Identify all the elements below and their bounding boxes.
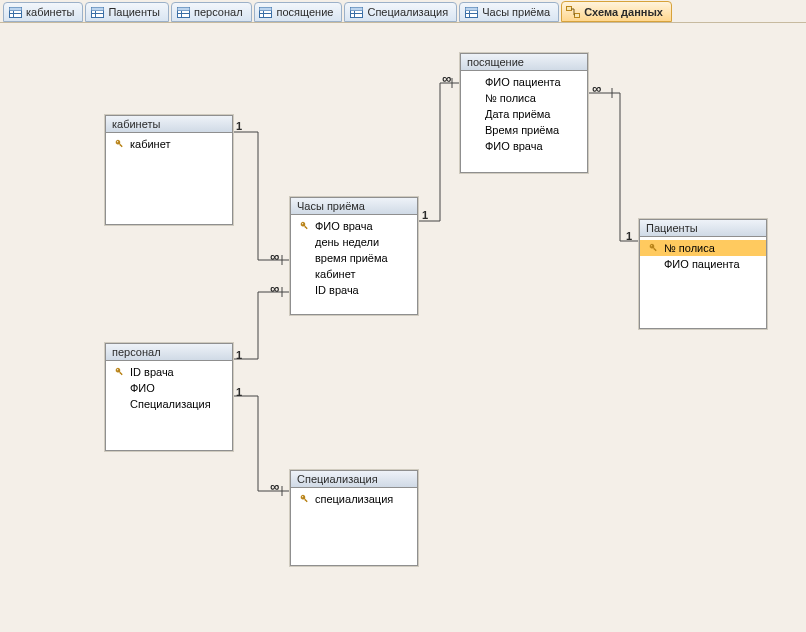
svg-rect-24 xyxy=(350,7,362,10)
cardinality-many: ∞ xyxy=(442,71,451,86)
field-row[interactable]: Время приёма xyxy=(461,122,587,138)
tab-label: Специализация xyxy=(367,6,448,18)
table-kabinety[interactable]: кабинеты 🔑︎ кабинет xyxy=(105,115,233,225)
field-name: время приёма xyxy=(315,251,388,265)
field-name: Дата приёма xyxy=(485,107,550,121)
cardinality-many: ∞ xyxy=(270,249,279,264)
table-fields: ФИО пациента № полиса Дата приёма Время … xyxy=(461,71,587,160)
tab-label: посящение xyxy=(277,6,334,18)
relationships-icon xyxy=(566,5,580,19)
field-row[interactable]: ФИО врача xyxy=(461,138,587,154)
field-row[interactable]: день недели xyxy=(291,234,417,250)
tab-label: Схема данных xyxy=(584,6,663,18)
cardinality-one: 1 xyxy=(236,349,242,361)
table-title: Пациенты xyxy=(640,220,766,237)
field-row[interactable]: Дата приёма xyxy=(461,106,587,122)
table-icon xyxy=(176,5,190,19)
table-title: посящение xyxy=(461,54,587,71)
table-icon xyxy=(464,5,478,19)
primary-key-icon: 🔑︎ xyxy=(646,242,660,254)
primary-key-icon: 🔑︎ xyxy=(112,138,126,150)
table-fields: 🔑︎ кабинет xyxy=(106,133,232,158)
field-row[interactable]: ФИО пациента xyxy=(461,74,587,90)
table-title: кабинеты xyxy=(106,116,232,133)
table-icon xyxy=(349,5,363,19)
table-title: Часы приёма xyxy=(291,198,417,215)
table-icon xyxy=(259,5,273,19)
field-name: ID врача xyxy=(130,365,174,379)
svg-rect-19 xyxy=(260,7,272,10)
cardinality-many: ∞ xyxy=(592,81,601,96)
svg-rect-29 xyxy=(465,7,477,10)
tab-label: кабинеты xyxy=(26,6,74,18)
svg-rect-9 xyxy=(91,7,103,10)
table-chasy-priema[interactable]: Часы приёма 🔑︎ФИО врача день недели врем… xyxy=(290,197,418,315)
field-name: ID врача xyxy=(315,283,359,297)
svg-rect-4 xyxy=(9,7,21,10)
field-name: день недели xyxy=(315,235,379,249)
field-name: кабинет xyxy=(130,137,170,151)
field-name: ФИО пациента xyxy=(664,257,740,271)
primary-key-icon: 🔑︎ xyxy=(297,220,311,232)
field-row[interactable]: ФИО xyxy=(106,380,232,396)
table-fields: 🔑︎№ полиса ФИО пациента xyxy=(640,237,766,278)
field-name: № полиса xyxy=(664,241,715,255)
table-specializatsiya[interactable]: Специализация 🔑︎специализация xyxy=(290,470,418,566)
field-row[interactable]: 🔑︎специализация xyxy=(291,491,417,507)
table-personal[interactable]: персонал 🔑︎ID врача ФИО Специализация xyxy=(105,343,233,451)
field-name: Специализация xyxy=(130,397,211,411)
tab-label: Часы приёма xyxy=(482,6,550,18)
cardinality-one: 1 xyxy=(236,386,242,398)
field-row[interactable]: № полиса xyxy=(461,90,587,106)
tab-posyashenie[interactable]: посящение xyxy=(254,2,343,22)
table-fields: 🔑︎ID врача ФИО Специализация xyxy=(106,361,232,418)
field-row[interactable]: Специализация xyxy=(106,396,232,412)
svg-rect-31 xyxy=(575,13,580,17)
tab-pacienty[interactable]: Пациенты xyxy=(85,2,169,22)
tab-bar: кабинеты Пациенты персонал посящение Спе… xyxy=(0,0,806,22)
tab-specializatsiya[interactable]: Специализация xyxy=(344,2,457,22)
table-pacienty[interactable]: Пациенты 🔑︎№ полиса ФИО пациента xyxy=(639,219,767,329)
tab-label: персонал xyxy=(194,6,243,18)
field-row[interactable]: 🔑︎ФИО врача xyxy=(291,218,417,234)
field-name: № полиса xyxy=(485,91,536,105)
table-title: персонал xyxy=(106,344,232,361)
tab-schema[interactable]: Схема данных xyxy=(561,1,672,22)
field-name: Время приёма xyxy=(485,123,559,137)
field-name: ФИО врача xyxy=(485,139,543,153)
cardinality-one: 1 xyxy=(422,209,428,221)
field-name: ФИО врача xyxy=(315,219,373,233)
field-name: кабинет xyxy=(315,267,355,281)
cardinality-one: 1 xyxy=(626,230,632,242)
field-row[interactable]: 🔑︎ кабинет xyxy=(106,136,232,152)
field-row[interactable]: кабинет xyxy=(291,266,417,282)
field-row[interactable]: время приёма xyxy=(291,250,417,266)
field-row[interactable]: 🔑︎ID врача xyxy=(106,364,232,380)
relationships-canvas[interactable]: 1 ∞ 1 ∞ 1 ∞ 1 ∞ ∞ 1 кабинеты 🔑︎ кабинет … xyxy=(0,22,806,632)
table-fields: 🔑︎специализация xyxy=(291,488,417,513)
tab-chasy-priema[interactable]: Часы приёма xyxy=(459,2,559,22)
svg-rect-14 xyxy=(177,7,189,10)
cardinality-many: ∞ xyxy=(270,479,279,494)
table-fields: 🔑︎ФИО врача день недели время приёма каб… xyxy=(291,215,417,304)
tab-personal[interactable]: персонал xyxy=(171,2,252,22)
table-icon xyxy=(90,5,104,19)
field-row[interactable]: 🔑︎№ полиса xyxy=(640,240,766,256)
field-row[interactable]: ФИО пациента xyxy=(640,256,766,272)
table-posyashenie[interactable]: посящение ФИО пациента № полиса Дата при… xyxy=(460,53,588,173)
table-icon xyxy=(8,5,22,19)
field-name: ФИО пациента xyxy=(485,75,561,89)
tab-kabinety[interactable]: кабинеты xyxy=(3,2,83,22)
field-row[interactable]: ID врача xyxy=(291,282,417,298)
field-name: специализация xyxy=(315,492,393,506)
primary-key-icon: 🔑︎ xyxy=(297,493,311,505)
primary-key-icon: 🔑︎ xyxy=(112,366,126,378)
cardinality-many: ∞ xyxy=(270,281,279,296)
tab-label: Пациенты xyxy=(108,6,160,18)
cardinality-one: 1 xyxy=(236,120,242,132)
table-title: Специализация xyxy=(291,471,417,488)
svg-rect-30 xyxy=(567,6,572,10)
field-name: ФИО xyxy=(130,381,155,395)
